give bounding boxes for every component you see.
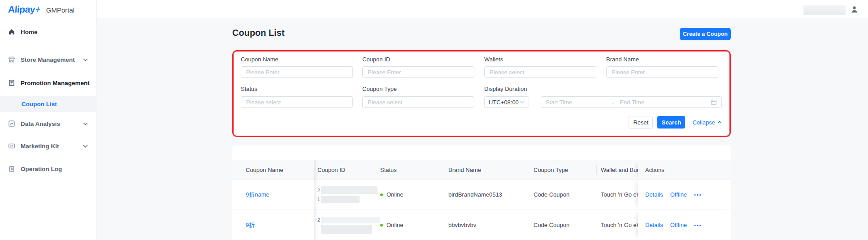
column-header-actions: Actions [638,160,731,179]
redacted-id-char: 1 [317,197,320,202]
redacted-value [321,225,372,234]
chevron-down-icon [520,101,525,103]
status-label: Status [241,86,257,92]
sidebar-item-operation-log[interactable]: Operation Log [0,162,97,176]
status-cell: Online [380,222,448,228]
status-text: Online [386,222,404,228]
logo-alipay-text: Alipay [8,4,35,15]
coupon-id-label: Coupon ID [362,56,390,63]
range-arrow-icon: → [610,99,615,105]
redacted-value [321,196,360,203]
app-root: Alipay+ GMPortal Home Store Management P… [0,0,868,240]
chevron-down-icon [83,122,88,125]
sidebar: Alipay+ GMPortal Home Store Management P… [0,0,97,240]
column-header-status: Status [380,167,448,173]
app-logo: Alipay+ GMPortal [8,4,74,15]
sidebar-item-coupon-list[interactable]: Coupon List [0,96,97,112]
calendar-icon [711,99,717,105]
coupon-name-label: Coupon Name [241,56,278,63]
column-divider [422,165,422,175]
store-icon [8,56,15,63]
sidebar-item-label: Store Management [21,56,75,63]
sidebar-item-home[interactable]: Home [0,25,97,39]
table-row: 9折name 2 1 Online birdBrandName0513 Code… [232,179,731,210]
wallets-select[interactable] [484,66,596,78]
reset-button[interactable]: Reset [629,116,653,129]
collapse-link[interactable]: Collapse [692,119,722,126]
logo-gmportal-text: GMPortal [46,6,74,14]
coupon-name-input[interactable] [241,66,353,78]
home-icon [8,28,15,35]
coupon-id-cell: 2 1 [314,186,380,203]
create-coupon-button[interactable]: Create a Coupon [680,28,731,40]
page-title: Coupon List [232,28,285,38]
more-actions-icon[interactable]: ••• [694,223,702,228]
start-time-placeholder: Start Time [546,99,572,106]
sidebar-item-promotion-management[interactable]: Promotion Management [0,76,97,90]
chevron-up-icon [83,81,88,85]
status-online-dot [380,193,383,196]
status-online-dot [380,224,383,227]
date-range-picker[interactable]: Start Time → End Time [541,96,722,108]
timezone-select[interactable]: UTC+08:00 [484,96,529,108]
top-header-bar [97,0,868,18]
coupon-type-cell: Code Coupon [534,191,601,198]
coupon-name-link[interactable]: 9折 [246,222,255,228]
brand-name-input[interactable] [606,66,718,78]
operation-log-icon [8,165,15,172]
column-header-wallet-and-budget: Wallet and Budg [601,167,638,173]
search-button[interactable]: Search [657,116,685,129]
sidebar-item-marketing-kit[interactable]: Marketing Kit [0,139,97,153]
redacted-id-char: 2 [317,218,320,223]
display-duration-label: Display Duration [484,86,527,92]
coupon-table: Coupon Name Coupon ID Status Brand Name … [232,146,731,240]
redacted-id-char: 2 [317,188,320,193]
table-row: 9折 2 Online bbvbvbvbv Code Coupon Touch … [232,210,731,240]
status-select[interactable] [241,96,353,108]
user-name-redacted [803,5,846,15]
sidebar-item-label: Home [21,29,38,35]
chevron-down-icon [83,58,88,61]
details-link[interactable]: Details [645,191,663,198]
promotion-icon [8,79,15,86]
brand-name-cell: bbvbvbvbv [448,222,534,228]
offline-link[interactable]: Offline [670,222,687,228]
column-header-coupon-id: Coupon ID [314,167,380,173]
wallet-cell: Touch 'n Go eWa [601,222,638,228]
coupon-type-cell: Code Coupon [534,222,601,228]
redacted-value [321,217,380,223]
filter-actions: Reset Search Collapse [629,116,722,129]
sidebar-item-label: Operation Log [21,166,62,172]
status-cell: Online [380,191,448,198]
more-actions-icon[interactable]: ••• [694,192,702,197]
sidebar-item-store-management[interactable]: Store Management [0,52,97,67]
table-header-row: Coupon Name Coupon ID Status Brand Name … [232,160,731,179]
redacted-value [321,186,378,194]
logo-plus-glyph: + [34,4,42,15]
brand-name-label: Brand Name [606,56,639,63]
sidebar-item-label: Coupon List [22,101,57,107]
main-content: Coupon List Create a Coupon Coupon Name … [97,18,868,240]
chevron-up-icon [717,121,722,124]
marketing-kit-icon [8,142,15,150]
filter-panel: Coupon Name Coupon ID Wallets Brand Name… [232,50,731,137]
coupon-id-cell: 2 [314,217,380,234]
coupon-name-link[interactable]: 9折name [246,191,269,198]
end-time-placeholder: End Time [620,99,644,106]
user-icon[interactable] [851,5,858,13]
details-link[interactable]: Details [645,222,663,228]
data-analysis-icon [8,120,15,127]
sidebar-item-label: Data Analysis [21,120,60,127]
timezone-value: UTC+08:00 [489,99,519,106]
sidebar-item-label: Marketing Kit [21,143,59,150]
coupon-type-select[interactable] [362,96,474,108]
wallets-label: Wallets [484,56,503,63]
actions-cell: Details Offline ••• [638,210,731,240]
column-header-coupon-type: Coupon Type [534,167,601,173]
sidebar-item-label: Promotion Management [21,80,90,86]
offline-link[interactable]: Offline [670,191,687,198]
sidebar-item-data-analysis[interactable]: Data Analysis [0,116,97,131]
collapse-label: Collapse [692,119,715,126]
coupon-id-input[interactable] [362,66,474,78]
status-text: Online [386,191,404,198]
